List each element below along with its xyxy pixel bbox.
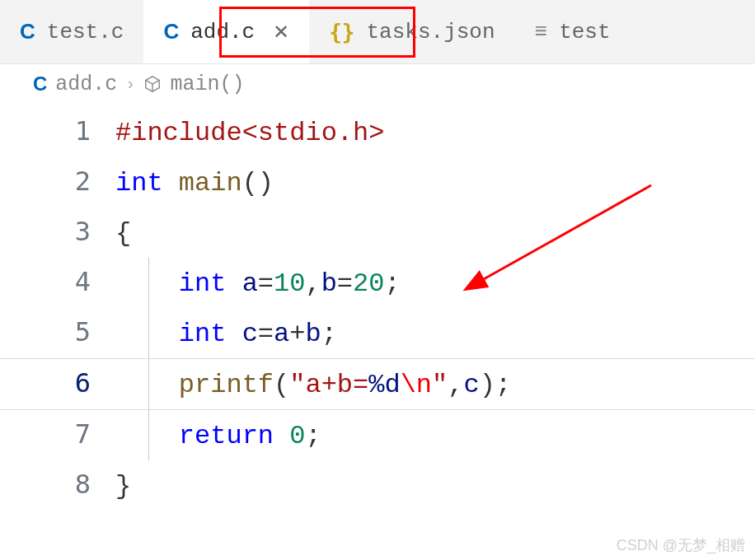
tab-label: add.c [190,20,255,44]
code-content[interactable]: printf("a+b=%d\n",c); [115,362,511,409]
code-content[interactable]: { [115,210,131,258]
line-number: 5 [0,308,115,356]
code-line[interactable]: 6 printf("a+b=%d\n",c); [0,358,755,410]
indent-guide [148,359,149,409]
chevron-right-icon: › [125,75,135,94]
line-number: 7 [0,410,115,458]
code-line[interactable]: 2int main() [0,157,755,208]
line-number: 8 [0,460,115,508]
code-line[interactable]: 1#include<stdio.h> [0,107,755,157]
tab-add-c[interactable]: Cadd.c✕ [143,0,309,63]
indent-guide [148,410,149,460]
code-line[interactable]: 8} [0,460,755,511]
line-number: 6 [0,359,115,407]
c-file-icon: C [20,19,35,44]
code-content[interactable]: int main() [115,160,274,208]
tab-test[interactable]: ≡test [515,0,631,63]
tab-bar: Ctest.cCadd.c✕{}tasks.json≡test [0,0,755,64]
line-number: 1 [0,107,115,155]
line-number: 4 [0,258,115,306]
symbol-cube-icon [143,75,162,93]
breadcrumb[interactable]: C add.c › main() [0,64,755,104]
tab-test-c[interactable]: Ctest.c [0,0,143,63]
c-file-icon: C [33,72,47,96]
line-number: 3 [0,208,115,255]
code-line[interactable]: 7 return 0; [0,410,755,460]
breadcrumb-file: add.c [55,72,117,96]
close-icon[interactable]: ✕ [273,21,289,44]
code-content[interactable]: #include<stdio.h> [115,110,384,157]
code-content[interactable]: } [115,463,131,511]
indent-guide [148,258,149,308]
menu-file-icon: ≡ [535,20,548,44]
watermark: CSDN @无梦_相赠 [617,535,745,555]
json-file-icon: {} [329,20,354,44]
code-line[interactable]: 4 int a=10,b=20; [0,258,755,308]
code-line[interactable]: 5 int c=a+b; [0,308,755,358]
code-editor[interactable]: 1#include<stdio.h>2int main()3{4 int a=1… [0,104,755,514]
code-line[interactable]: 3{ [0,208,755,258]
tab-label: tasks.json [367,20,495,44]
c-file-icon: C [163,19,179,44]
code-content[interactable]: int a=10,b=20; [115,260,401,308]
line-number: 2 [0,157,115,205]
tab-label: test [559,20,610,44]
code-content[interactable]: return 0; [115,413,321,460]
breadcrumb-symbol: main() [170,72,244,96]
indent-guide [148,308,149,358]
tab-tasks-json[interactable]: {}tasks.json [309,0,514,63]
tab-label: test.c [47,20,124,44]
